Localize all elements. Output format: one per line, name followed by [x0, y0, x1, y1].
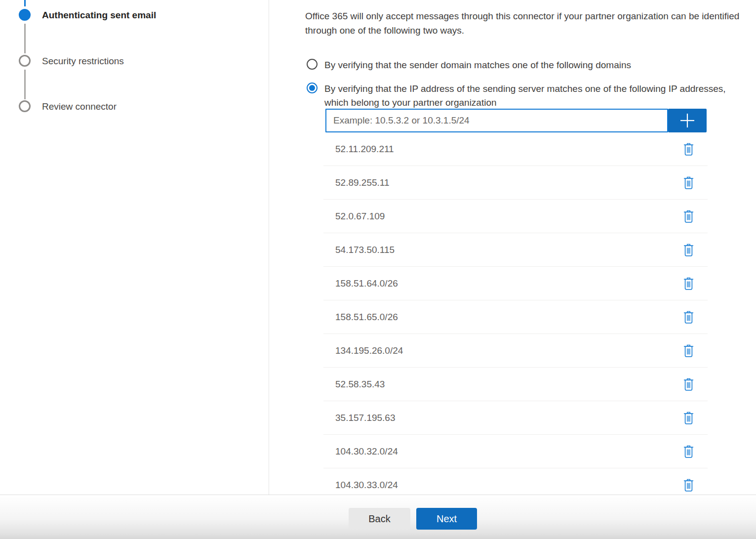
delete-ip-button[interactable] — [681, 443, 696, 460]
ip-list-item: 134.195.26.0/24 — [323, 334, 708, 368]
ip-address-value: 158.51.64.0/26 — [335, 278, 398, 289]
trash-icon — [683, 176, 694, 189]
plus-icon — [679, 112, 696, 129]
trash-icon — [683, 244, 694, 256]
trash-icon — [683, 143, 694, 156]
radio-unselected-icon[interactable] — [307, 59, 318, 70]
step-dot-review — [19, 100, 31, 112]
trash-icon — [683, 412, 694, 424]
ip-address-value: 35.157.195.63 — [335, 413, 396, 423]
stepper-connector-completed — [24, 0, 26, 6]
trash-icon — [683, 311, 694, 324]
ip-list-item: 158.51.65.0/26 — [323, 300, 708, 334]
radio-option-sender-domain-label: By verifying that the sender domain matc… — [324, 58, 631, 72]
delete-ip-button[interactable] — [681, 208, 696, 225]
wizard-footer: Back Next — [0, 495, 756, 539]
delete-ip-button[interactable] — [681, 342, 696, 359]
connector-wizard-page: Authenticating sent email Security restr… — [0, 0, 756, 539]
delete-ip-button[interactable] — [681, 477, 696, 494]
back-button[interactable]: Back — [349, 508, 410, 530]
trash-icon — [683, 277, 694, 290]
delete-ip-button[interactable] — [681, 275, 696, 292]
trash-icon — [683, 378, 694, 391]
ip-list-item: 52.11.209.211 — [323, 132, 708, 166]
ip-address-value: 104.30.32.0/24 — [335, 446, 398, 457]
ip-list-item: 158.51.64.0/26 — [323, 267, 708, 300]
ip-address-value: 52.11.209.211 — [335, 144, 394, 155]
step-label-review-connector: Review connector — [42, 101, 117, 113]
ip-address-value: 52.89.255.11 — [335, 177, 390, 188]
ip-list-item: 104.30.33.0/24 — [323, 468, 708, 495]
step-dot-authenticating-current — [19, 9, 31, 21]
trash-icon — [683, 445, 694, 458]
ip-address-value: 104.30.33.0/24 — [335, 480, 398, 491]
ip-address-list: 52.11.209.211 — [323, 132, 708, 495]
wizard-body: Authenticating sent email Security restr… — [0, 0, 756, 495]
delete-ip-button[interactable] — [681, 141, 696, 158]
delete-ip-button[interactable] — [681, 242, 696, 258]
ip-list-item: 52.0.67.109 — [323, 200, 708, 233]
step-dot-security — [19, 55, 31, 67]
delete-ip-button[interactable] — [681, 410, 696, 426]
stepper-connector — [24, 24, 26, 53]
ip-entry-row — [325, 109, 707, 132]
ip-address-value: 52.0.67.109 — [335, 211, 385, 222]
ip-list-item: 104.30.32.0/24 — [323, 435, 708, 468]
next-button[interactable]: Next — [416, 508, 477, 530]
add-ip-button[interactable] — [668, 109, 707, 132]
ip-address-value: 158.51.65.0/26 — [335, 312, 398, 323]
trash-icon — [683, 344, 694, 357]
ip-list-item: 54.173.50.115 — [323, 233, 708, 267]
step-label-authenticating-sent-email: Authenticating sent email — [42, 9, 156, 21]
trash-icon — [683, 210, 694, 223]
delete-ip-button[interactable] — [681, 376, 696, 393]
ip-list-item: 52.89.255.11 — [323, 166, 708, 200]
delete-ip-button[interactable] — [681, 174, 696, 191]
ip-address-value: 54.173.50.115 — [335, 245, 395, 255]
radio-option-ip-address-label: By verifying that the IP address of the … — [324, 82, 728, 110]
step-content-panel: Office 365 will only accept messages thr… — [269, 0, 756, 495]
ip-address-value: 134.195.26.0/24 — [335, 345, 403, 356]
step-label-security-restrictions: Security restrictions — [42, 55, 124, 67]
radio-option-ip-address[interactable]: By verifying that the IP address of the … — [307, 82, 728, 110]
trash-icon — [683, 479, 694, 492]
wizard-stepper-sidebar: Authenticating sent email Security restr… — [0, 0, 269, 495]
delete-ip-button[interactable] — [681, 309, 696, 326]
ip-list-item: 52.58.35.43 — [323, 368, 708, 401]
radio-option-sender-domain[interactable]: By verifying that the sender domain matc… — [307, 58, 631, 72]
ip-address-value: 52.58.35.43 — [335, 379, 385, 390]
radio-selected-icon[interactable] — [307, 83, 318, 93]
stepper-connector — [24, 70, 26, 99]
ip-address-input[interactable] — [325, 109, 668, 132]
step-intro-text: Office 365 will only accept messages thr… — [305, 9, 756, 38]
ip-list-item: 35.157.195.63 — [323, 401, 708, 435]
